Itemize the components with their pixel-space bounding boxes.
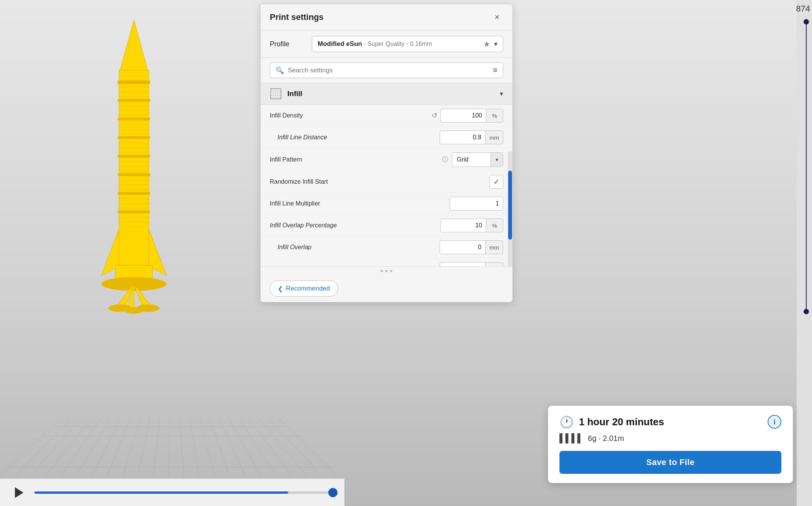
infill-line-multiplier-value xyxy=(450,197,503,211)
filament-icon: ▌▌▌▌ xyxy=(559,433,583,443)
search-bar: 🔍 ≡ xyxy=(270,62,503,78)
infill-section-icon xyxy=(270,88,282,100)
profile-name-area: Modified eSun - Super Quality - 0.16mm xyxy=(318,40,432,48)
clock-icon: 🕐 xyxy=(559,415,574,429)
infill-line-distance-unit: mm xyxy=(486,131,503,144)
panel-scrollbar[interactable] xyxy=(508,152,512,266)
save-to-file-button[interactable]: Save to File xyxy=(559,451,781,474)
infill-layer-thickness-input[interactable] xyxy=(440,262,486,266)
print-time: 1 hour 20 minutes xyxy=(579,416,664,428)
infill-layer-thickness-row: Infill Layer Thickness mm xyxy=(261,258,512,266)
infill-layer-thickness-label: Infill Layer Thickness xyxy=(270,266,440,266)
profile-row: Profile Modified eSun - Super Quality - … xyxy=(261,31,512,58)
infill-density-input[interactable] xyxy=(440,109,486,122)
play-icon xyxy=(15,487,23,498)
infill-overlap-pct-value: % xyxy=(440,219,503,232)
infill-line-distance-value: mm xyxy=(440,131,503,144)
filter-icon[interactable]: ≡ xyxy=(493,66,497,75)
progress-fill xyxy=(34,491,288,494)
svg-rect-6 xyxy=(118,155,150,157)
randomize-infill-row: Randomize Infill Start ✓ xyxy=(261,171,512,193)
infill-overlap-label: Infill Overlap xyxy=(270,244,440,251)
star-icon[interactable]: ★ xyxy=(483,39,490,49)
filament-info: 6g · 2.01m xyxy=(588,434,624,443)
scroll-line xyxy=(806,22,807,309)
infill-pattern-row: Infill Pattern ⓘ Grid ▾ xyxy=(261,149,512,171)
rocket-model xyxy=(77,15,230,360)
infill-overlap-unit: mm xyxy=(486,240,503,254)
infill-pattern-label: Infill Pattern xyxy=(270,156,442,163)
panel-title: Print settings xyxy=(270,12,324,22)
infill-overlap-pct-unit: % xyxy=(486,219,503,232)
progress-thumb[interactable] xyxy=(328,488,338,497)
search-icon: 🔍 xyxy=(276,66,284,75)
infill-line-multiplier-input[interactable] xyxy=(450,197,503,211)
infill-pattern-dropdown[interactable]: Grid ▾ xyxy=(452,152,503,167)
svg-rect-2 xyxy=(118,80,150,84)
svg-rect-7 xyxy=(118,173,150,176)
infill-overlap-pct-row: Infill Overlap Percentage % xyxy=(261,215,512,237)
play-button[interactable] xyxy=(11,485,27,500)
grid-floor xyxy=(0,419,344,475)
dot-1 xyxy=(381,270,383,272)
infill-overlap-row: Infill Overlap mm xyxy=(261,237,512,258)
info-detail-button[interactable]: i xyxy=(768,415,781,429)
dots-row xyxy=(261,266,512,275)
dot-3 xyxy=(390,270,392,272)
svg-rect-8 xyxy=(118,192,150,194)
infill-layer-thickness-value: mm xyxy=(440,262,503,266)
infill-density-unit: % xyxy=(486,109,503,122)
infill-overlap-input[interactable] xyxy=(440,240,486,254)
info-detail-icon: i xyxy=(773,418,776,426)
recommended-chevron-icon: ❮ xyxy=(278,285,283,292)
infill-density-reset-icon[interactable]: ↺ xyxy=(432,111,437,120)
svg-rect-9 xyxy=(118,211,150,213)
scroll-thumb-bottom[interactable] xyxy=(804,309,809,314)
dot-2 xyxy=(385,270,388,272)
progress-track[interactable] xyxy=(34,491,333,494)
svg-marker-0 xyxy=(120,20,148,71)
infill-line-distance-input[interactable] xyxy=(440,131,486,144)
infill-section-title: Infill xyxy=(287,90,494,98)
infill-line-distance-row: Infill Line Distance mm xyxy=(261,127,512,149)
randomize-infill-label: Randomize Infill Start xyxy=(270,178,489,185)
svg-point-19 xyxy=(125,307,143,314)
play-bar xyxy=(0,478,344,506)
svg-rect-4 xyxy=(118,118,150,120)
profile-name: Modified eSun xyxy=(318,40,362,47)
profile-subtitle: - Super Quality - 0.16mm xyxy=(364,41,432,47)
print-settings-panel: Print settings × Profile Modified eSun -… xyxy=(260,4,513,302)
section-infill-header[interactable]: Infill ▾ xyxy=(261,83,512,105)
profile-label: Profile xyxy=(270,40,304,48)
profile-selector[interactable]: Modified eSun - Super Quality - 0.16mm ★… xyxy=(312,36,503,52)
info-card-time-row: 🕐 1 hour 20 minutes i xyxy=(559,415,781,429)
profile-chevron-icon[interactable]: ▾ xyxy=(494,40,497,48)
right-scrollbar: 874 xyxy=(797,0,812,506)
randomize-infill-checkbox[interactable]: ✓ xyxy=(489,175,503,189)
infill-pattern-info-icon[interactable]: ⓘ xyxy=(442,156,448,164)
svg-rect-3 xyxy=(118,99,150,102)
panel-header: Print settings × xyxy=(261,4,512,31)
infill-density-row: Infill Density ↺ % xyxy=(261,105,512,127)
infill-overlap-value: mm xyxy=(440,240,503,254)
search-input[interactable] xyxy=(288,67,489,74)
infill-pattern-value: Grid xyxy=(452,153,491,166)
infill-pattern-icon xyxy=(271,88,281,99)
infill-overlap-pct-input[interactable] xyxy=(440,219,486,232)
close-button[interactable]: × xyxy=(491,11,503,23)
info-time: 🕐 1 hour 20 minutes xyxy=(559,415,664,429)
viewport: 874 Print settings × Profile Modified eS… xyxy=(0,0,812,506)
info-card-filament-row: ▌▌▌▌ 6g · 2.01m xyxy=(559,433,781,443)
infill-density-value: % xyxy=(440,109,503,122)
recommended-label: Recommended xyxy=(286,285,330,292)
info-card: 🕐 1 hour 20 minutes i ▌▌▌▌ 6g · 2.01m Sa… xyxy=(548,406,793,483)
infill-pattern-chevron-icon: ▾ xyxy=(491,153,503,166)
infill-line-multiplier-label: Infill Line Multiplier xyxy=(270,200,450,207)
infill-density-label: Infill Density xyxy=(270,112,432,119)
profile-icons: ★ ▾ xyxy=(483,39,497,49)
settings-content: Infill ▾ Infill Density ↺ % Infill Line … xyxy=(261,83,512,266)
recommended-button[interactable]: ❮ Recommended xyxy=(270,281,338,297)
panel-scroll-thumb[interactable] xyxy=(508,171,512,240)
infill-layer-thickness-unit: mm xyxy=(486,262,503,266)
infill-overlap-pct-label: Infill Overlap Percentage xyxy=(270,222,440,229)
